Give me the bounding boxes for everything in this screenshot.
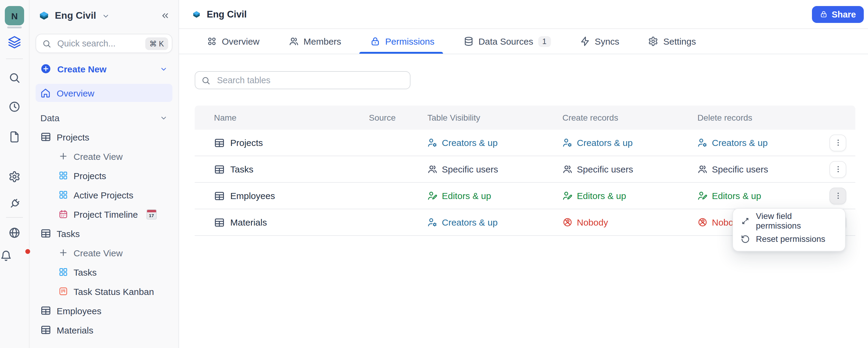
table-name-cell: Projects	[214, 137, 369, 148]
permission-label: Creators & up	[577, 138, 632, 148]
sidebar-item-projects[interactable]: Projects	[36, 127, 173, 147]
tab-label: Data Sources	[478, 36, 533, 47]
table-icon	[214, 164, 225, 175]
chevron-down-icon	[160, 114, 167, 121]
table-name: Tasks	[230, 164, 253, 174]
sidebar-item-create-view[interactable]: Create View	[36, 243, 173, 262]
rail-search-button[interactable]	[8, 72, 21, 84]
rotate-icon	[741, 234, 750, 243]
sidebar-item-task-status-kanban[interactable]: Task Status Kanban	[36, 282, 173, 301]
permission-label: Creators & up	[442, 217, 498, 227]
permission-label: Nobody	[577, 217, 608, 227]
row-more-button[interactable]	[830, 187, 846, 204]
permission-cell[interactable]: Creators & up	[562, 138, 698, 148]
sidebar-item-create-view[interactable]: Create View	[36, 147, 173, 166]
tree-item-label: Tasks	[57, 228, 80, 238]
bell-icon	[0, 250, 12, 262]
sidebar-item-tasks[interactable]: Tasks	[36, 262, 173, 282]
permission-cell[interactable]: Creators & up	[698, 138, 828, 148]
search-tables-input[interactable]	[216, 75, 404, 86]
userBan-icon	[562, 217, 572, 227]
rail-plug-button[interactable]	[8, 198, 21, 210]
tab-members[interactable]: Members	[288, 29, 341, 54]
sidebar-item-project-timeline[interactable]: Project Timeline17	[36, 204, 173, 224]
permission-cell[interactable]: Editors & up	[427, 191, 562, 201]
sidebar-item-overview[interactable]: Overview	[36, 84, 173, 102]
user-avatar[interactable]: N	[5, 6, 24, 25]
database-icon	[463, 36, 473, 47]
tree-item-label: Projects	[57, 132, 89, 142]
tab-permissions[interactable]: Permissions	[370, 29, 434, 54]
userCog-icon	[562, 138, 572, 148]
permission-label: Editors & up	[577, 191, 626, 201]
rail-gear-button[interactable]	[8, 171, 21, 183]
quick-search-box[interactable]: ⌘ K	[36, 34, 173, 53]
plus-circle-icon	[40, 63, 51, 74]
permission-cell[interactable]: Editors & up	[698, 191, 828, 201]
plus-icon	[59, 248, 68, 258]
users-icon	[562, 164, 572, 174]
tree-item-label: Employees	[57, 306, 101, 316]
table-name: Employees	[230, 191, 275, 201]
tree-item-label: Project Timeline	[73, 209, 138, 219]
rail-globe-button[interactable]	[8, 227, 21, 239]
share-button[interactable]: Share	[812, 6, 864, 23]
permission-label: Creators & up	[712, 138, 768, 148]
menu-item-view-field-permissions[interactable]: View field permissions	[736, 212, 842, 230]
search-icon	[8, 72, 21, 84]
permission-cell[interactable]: Specific users	[562, 164, 698, 174]
permission-cell[interactable]: Specific users	[698, 164, 828, 174]
app-root: N Eng Civil ⌘ K Create New Overview	[0, 0, 868, 348]
chevronDown-icon	[160, 65, 167, 73]
page-title: Eng Civil	[207, 9, 247, 20]
rail-file-button[interactable]	[8, 131, 21, 143]
workspace-header[interactable]: Eng Civil	[36, 8, 173, 24]
sidebar-section-data[interactable]: Data	[36, 109, 173, 126]
search-icon	[201, 76, 210, 85]
row-more-button[interactable]	[830, 161, 846, 178]
sidebar-item-active-projects[interactable]: Active Projects	[36, 185, 173, 204]
tree-item-label: Create View	[73, 248, 123, 258]
rail-divider	[6, 217, 23, 218]
permission-cell[interactable]: Creators & up	[427, 217, 562, 227]
rail-layers-button[interactable]	[8, 36, 21, 49]
permission-cell[interactable]: Creators & up	[427, 138, 562, 148]
permission-cell[interactable]: Nobody	[562, 217, 698, 227]
file-icon	[8, 131, 21, 143]
sidebar-item-materials[interactable]: Materials	[36, 320, 173, 340]
data-section-label: Data	[40, 113, 59, 123]
permission-label: Specific users	[712, 164, 768, 174]
menu-item-reset-permissions[interactable]: Reset permissions	[736, 230, 842, 248]
sidebar-item-tasks[interactable]: Tasks	[36, 224, 173, 243]
base-logo-icon	[192, 9, 201, 19]
dashboard-icon	[207, 36, 217, 47]
row-more-button[interactable]	[830, 134, 846, 151]
search-tables-box[interactable]	[195, 71, 410, 89]
permission-cell[interactable]: Specific users	[427, 164, 562, 174]
chevron-down-icon[interactable]	[102, 12, 110, 20]
tab-syncs[interactable]: Syncs	[580, 29, 619, 54]
quick-search-input[interactable]	[56, 38, 140, 49]
userCog-icon	[427, 138, 438, 148]
userCog-icon	[698, 138, 708, 148]
tree-item-label: Projects	[73, 170, 106, 181]
permission-cell[interactable]: Editors & up	[562, 191, 698, 201]
table-header-row: NameSourceTable VisibilityCreate records…	[195, 106, 855, 130]
create-new-button[interactable]: Create New	[36, 60, 173, 78]
sidebar-item-employees[interactable]: Employees	[36, 301, 173, 320]
tab-data-sources[interactable]: Data Sources1	[463, 29, 551, 54]
sidebar-item-projects[interactable]: Projects	[36, 166, 173, 185]
tab-overview[interactable]: Overview	[207, 29, 259, 54]
rail-clock-button[interactable]	[8, 101, 21, 113]
permission-label: Editors & up	[442, 191, 491, 201]
table-icon	[40, 228, 51, 239]
table-icon	[40, 324, 51, 335]
share-label: Share	[832, 9, 856, 19]
tab-settings[interactable]: Settings	[648, 29, 696, 54]
home-icon	[40, 88, 51, 98]
hexlogo-icon	[38, 10, 50, 22]
shortcut-badge: ⌘ K	[145, 37, 168, 50]
plusCircle-icon	[40, 63, 51, 74]
collapse-sidebar-button[interactable]	[160, 11, 170, 21]
rail-bell-button[interactable]	[0, 250, 29, 262]
